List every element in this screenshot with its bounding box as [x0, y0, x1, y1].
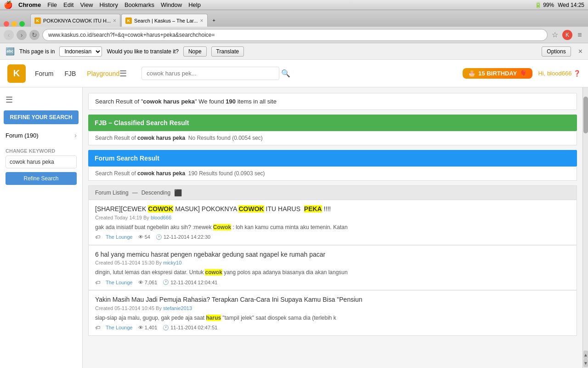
forum-item-1-meta: Created Today 14:19 By blood666: [95, 215, 570, 220]
forum-item-1: [SHARE][CEWEK COWOK MASUK] POKOKNYA COWO…: [88, 200, 577, 245]
menu-icon[interactable]: ≡: [575, 30, 584, 40]
nav-playground[interactable]: Playground: [87, 70, 119, 77]
scrollbar-track[interactable]: ▲ ▼: [582, 87, 588, 368]
header-search-input[interactable]: [141, 67, 279, 80]
hamburger-icon[interactable]: ☰: [119, 69, 127, 79]
maximize-button[interactable]: [19, 21, 25, 27]
translation-text: This page is in: [19, 48, 55, 55]
forum-item-2-tag[interactable]: The Lounge: [106, 280, 133, 285]
reload-button[interactable]: ↻: [29, 30, 40, 40]
forum-item-2-title[interactable]: 6 hal yang memicu hasrat pengen ngebakar…: [95, 250, 570, 259]
window-menu[interactable]: Window: [161, 1, 182, 8]
tab-2-title: Search | Kaskus – The Lar...: [134, 18, 198, 23]
result-query: cowok harus peka: [143, 98, 195, 105]
translation-bar: 🔤 This page is in Indonesian Would you l…: [0, 43, 588, 60]
file-menu[interactable]: File: [47, 1, 57, 8]
main-content: ☰ REFINE YOUR SEARCH Forum (190) › CHANG…: [0, 87, 588, 368]
forum-item-1-views: 👁 54: [138, 234, 150, 240]
sidebar-menu-icon[interactable]: ☰: [0, 91, 82, 109]
refine-your-search-button[interactable]: REFINE YOUR SEARCH: [4, 110, 79, 124]
kaskus-nav: Forum FJB Playground: [35, 70, 119, 77]
tab-1-favicon: K: [34, 17, 41, 24]
tag-icon-2: 🏷: [95, 280, 100, 285]
tab-2[interactable]: K Search | Kaskus – The Lar... ×: [121, 14, 207, 27]
forum-item-3-excerpt: siap-siap aja malu, gugup, gak pede aja …: [95, 314, 570, 322]
sidebar: ☰ REFINE YOUR SEARCH Forum (190) › CHANG…: [0, 87, 83, 368]
forum-item-3-tag[interactable]: The Lounge: [106, 325, 133, 330]
bookmarks-menu[interactable]: Bookmarks: [124, 1, 154, 8]
header-search-button[interactable]: 🔍: [281, 69, 290, 78]
tab-bar: K POKOKNYA COWOK ITU H... × K Search | K…: [0, 10, 588, 27]
tag-icon-3: 🏷: [95, 325, 100, 330]
tab-1[interactable]: K POKOKNYA COWOK ITU H... ×: [30, 14, 120, 27]
url-input[interactable]: [42, 29, 548, 41]
sidebar-forum-row[interactable]: Forum (190) ›: [6, 130, 77, 141]
new-tab-button[interactable]: +: [209, 14, 223, 27]
listing-label: Forum Listing: [95, 190, 129, 196]
forward-button[interactable]: ›: [17, 30, 27, 40]
url-icons: ☆ K ≡: [550, 30, 584, 40]
nav-forum[interactable]: Forum: [35, 70, 53, 77]
close-button[interactable]: [4, 21, 9, 27]
header-right: 🎂 15 BIRTHDAY 🎈 Hi, blood666 ❓: [463, 68, 581, 79]
listing-header: Forum Listing — Descending ⬛: [88, 185, 577, 200]
result-summary: Search Result of "cowok harus peka" We f…: [88, 93, 577, 110]
mac-menubar: 🍎 Chrome File Edit View History Bookmark…: [0, 0, 588, 10]
forum-item-2-date: 🕐 12-11-2014 12:04:41: [163, 279, 217, 285]
forum-item-1-tags: 🏷 The Lounge 👁 54 🕐 12-11-2014 14:22:30: [95, 234, 570, 240]
forum-item-2-tags: 🏷 The Lounge 👁 7,061 🕐 12-11-2014 12:04:…: [95, 279, 570, 285]
translate-button[interactable]: Translate: [211, 46, 244, 57]
forum-item-1-date: 🕐 12-11-2014 14:22:30: [156, 234, 210, 240]
traffic-lights: [4, 21, 25, 27]
forum-item-2-views: 👁 7,061: [138, 280, 158, 285]
nav-fjb[interactable]: FJB: [64, 70, 76, 77]
chrome-menu[interactable]: Chrome: [18, 1, 41, 8]
help-menu[interactable]: Help: [188, 1, 201, 8]
sidebar-forum-arrow: ›: [74, 132, 77, 139]
greeting-text: Hi, blood666: [538, 70, 571, 77]
kaskus-header: K Forum FJB Playground ☰ 🔍 🎂 15 BIRTHDAY…: [0, 60, 588, 87]
bookmark-icon[interactable]: ☆: [550, 30, 560, 40]
forum-item-2-excerpt: dingin, lutut lemas dan ekspresi datar. …: [95, 268, 570, 276]
translation-close-button[interactable]: ×: [578, 47, 582, 56]
forum-item-2: 6 hal yang memicu hasrat pengen ngebakar…: [88, 245, 577, 291]
nope-button[interactable]: Nope: [183, 46, 207, 57]
minimize-button[interactable]: [11, 21, 17, 27]
options-button[interactable]: Options: [542, 46, 571, 57]
history-menu[interactable]: History: [99, 1, 118, 8]
forum-section-header: Forum Search Result: [88, 150, 577, 167]
keyword-input[interactable]: [6, 155, 77, 168]
forum-item-3-title[interactable]: Yakin Masih Mau Jadi Pemuja Rahasia? Ter…: [95, 295, 570, 305]
forum-item-1-title[interactable]: [SHARE][CEWEK COWOK MASUK] POKOKNYA COWO…: [95, 205, 570, 214]
birthday-balloon-icon: 🎈: [520, 70, 527, 77]
kaskus-logo[interactable]: K: [7, 64, 26, 83]
language-select[interactable]: Indonesian: [59, 46, 102, 57]
scroll-down-arrow[interactable]: ▼: [583, 359, 588, 367]
apple-menu-icon[interactable]: 🍎: [4, 0, 13, 9]
forum-item-1-author[interactable]: blood666: [151, 215, 171, 220]
sort-icon[interactable]: ⬛: [174, 189, 182, 196]
tab-1-close[interactable]: ×: [113, 17, 116, 24]
user-icon[interactable]: K: [562, 30, 572, 40]
view-menu[interactable]: View: [80, 1, 93, 8]
tab-2-favicon: K: [125, 17, 132, 24]
edit-menu[interactable]: Edit: [63, 1, 74, 8]
menubar-right: 🔋 99% Wed 14:25: [535, 2, 584, 8]
forum-item-3-author[interactable]: stefanie2013: [163, 305, 192, 311]
forum-item-3-meta: Created 05-11-2014 10:45 By stefanie2013: [95, 305, 570, 311]
fjb-subheader: Search Result of cowok harus peka No Res…: [88, 131, 577, 145]
birthday-banner: 🎂 15 BIRTHDAY 🎈: [463, 68, 532, 79]
refine-search-button[interactable]: Refine Search: [6, 172, 77, 185]
forum-item-3-views: 👁 1,401: [138, 325, 158, 330]
tab-2-close[interactable]: ×: [200, 17, 204, 24]
forum-item-1-tag[interactable]: The Lounge: [106, 234, 133, 240]
sidebar-forum-count: (190): [24, 132, 38, 139]
scroll-up-arrow[interactable]: ▲: [583, 351, 588, 359]
tab-1-title: POKOKNYA COWOK ITU H...: [43, 18, 111, 23]
back-button[interactable]: ‹: [4, 30, 14, 40]
forum-item-3-date: 🕐 11-11-2014 02:47:51: [163, 325, 217, 331]
chrome-window: K POKOKNYA COWOK ITU H... × K Search | K…: [0, 10, 588, 368]
forum-item-2-author[interactable]: micky10: [163, 260, 181, 265]
user-greeting[interactable]: Hi, blood666 ❓: [538, 70, 581, 77]
scrollbar-thumb[interactable]: [583, 97, 588, 133]
